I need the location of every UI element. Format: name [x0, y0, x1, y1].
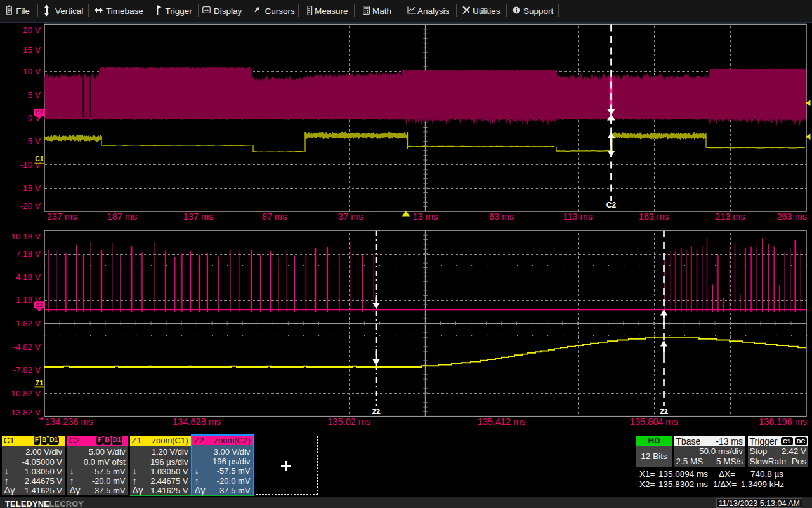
- svg-text:163 ms: 163 ms: [639, 211, 669, 222]
- svg-text:-1.82 V: -1.82 V: [13, 319, 41, 328]
- svg-text:134.236 ms: 134.236 ms: [45, 417, 93, 427]
- svg-text:C1: C1: [35, 155, 44, 163]
- svg-text:113 ms: 113 ms: [563, 211, 592, 222]
- svg-text:Z2: Z2: [36, 301, 43, 308]
- svg-text:136.196 ms: 136.196 ms: [759, 417, 807, 427]
- svg-text:-4.82 V: -4.82 V: [13, 342, 41, 352]
- svg-text:-5 V: -5 V: [25, 137, 41, 146]
- svg-text:20 V: 20 V: [23, 25, 41, 35]
- svg-text:63 ms: 63 ms: [489, 211, 514, 222]
- svg-text:-87 ms: -87 ms: [259, 211, 287, 222]
- svg-text:-7.82 V: -7.82 V: [13, 365, 41, 375]
- svg-text:13 ms: 13 ms: [413, 211, 438, 222]
- svg-text:C2: C2: [606, 201, 617, 210]
- svg-text:-137 ms: -137 ms: [180, 211, 213, 222]
- svg-text:-10.82 V: -10.82 V: [8, 389, 41, 398]
- svg-text:-187 ms: -187 ms: [104, 211, 137, 222]
- svg-text:134.628 ms: 134.628 ms: [173, 417, 221, 427]
- svg-text:-15 V: -15 V: [20, 184, 41, 193]
- svg-text:263 ms: 263 ms: [776, 211, 807, 222]
- svg-text:10.18 V: 10.18 V: [11, 232, 41, 241]
- svg-text:135.02 ms: 135.02 ms: [328, 417, 371, 427]
- svg-text:-37 ms: -37 ms: [335, 211, 363, 222]
- svg-text:10 V: 10 V: [23, 67, 41, 76]
- svg-text:C2: C2: [36, 109, 43, 116]
- svg-text:Z1: Z1: [660, 408, 668, 415]
- svg-text:-13.82 V: -13.82 V: [8, 408, 41, 417]
- svg-text:-20 V: -20 V: [20, 201, 41, 211]
- svg-text:135.412 ms: 135.412 ms: [478, 417, 526, 427]
- svg-text:5 V: 5 V: [28, 90, 41, 100]
- svg-text:135.804 ms: 135.804 ms: [630, 417, 678, 427]
- svg-text:4.18 V: 4.18 V: [16, 272, 41, 282]
- svg-text:7.18 V: 7.18 V: [16, 249, 41, 258]
- svg-text:-237 ms: -237 ms: [44, 211, 77, 222]
- svg-text:Z1: Z1: [373, 408, 381, 415]
- svg-text:Z1: Z1: [36, 379, 43, 387]
- svg-text:15 V: 15 V: [23, 45, 41, 55]
- svg-text:213 ms: 213 ms: [715, 211, 745, 222]
